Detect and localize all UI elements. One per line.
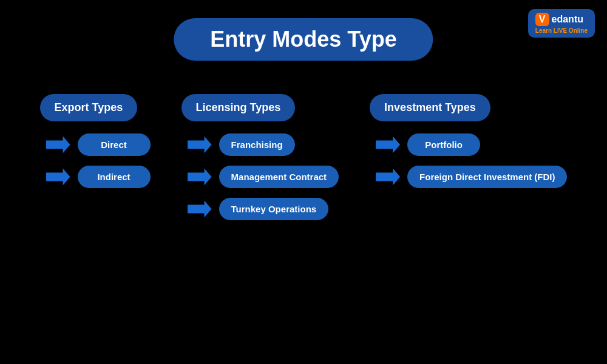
list-item: Direct (46, 133, 151, 156)
export-indirect-pill: Indirect (78, 166, 151, 188)
main-title-container: Entry Modes Type (174, 18, 433, 61)
arrow-icon (46, 136, 70, 153)
licensing-items-list: Franchising Management Contract Turnkey … (181, 133, 339, 220)
logo-brand-rest: edantu (552, 14, 583, 25)
licensing-category-label: Licensing Types (196, 101, 281, 113)
arrow-icon (188, 201, 212, 218)
licensing-category-pill: Licensing Types (181, 94, 296, 121)
export-column: Export Types Direct Indirect (40, 94, 151, 188)
management-contract-label: Management Contract (231, 172, 327, 182)
columns-container: Export Types Direct Indirect Licensing T… (0, 94, 607, 220)
fdi-label: Foreign Direct Investment (FDI) (419, 172, 555, 182)
list-item: Management Contract (188, 166, 339, 188)
franchising-label: Franchising (231, 140, 283, 150)
investment-category-label: Investment Types (384, 101, 476, 113)
main-title: Entry Modes Type (210, 27, 396, 52)
export-indirect-label: Indirect (97, 172, 130, 182)
turnkey-operations-pill: Turnkey Operations (219, 198, 329, 220)
logo-tagline: Learn LIVE Online (535, 27, 588, 34)
list-item: Turnkey Operations (188, 198, 339, 220)
list-item: Foreign Direct Investment (FDI) (376, 166, 567, 188)
arrow-icon (376, 136, 400, 153)
portfolio-pill: Portfolio (407, 133, 480, 156)
turnkey-operations-label: Turnkey Operations (231, 204, 317, 214)
export-direct-pill: Direct (78, 133, 151, 156)
arrow-icon (46, 169, 70, 186)
investment-items-list: Portfolio Foreign Direct Investment (FDI… (370, 133, 567, 188)
export-direct-label: Direct (101, 140, 127, 150)
portfolio-label: Portfolio (425, 140, 463, 150)
investment-column: Investment Types Portfolio Foreign Direc… (370, 94, 567, 188)
arrow-icon (188, 169, 212, 186)
arrow-icon (376, 169, 400, 186)
export-category-label: Export Types (55, 101, 123, 113)
franchising-pill: Franchising (219, 133, 295, 156)
management-contract-pill: Management Contract (219, 166, 339, 188)
list-item: Indirect (46, 166, 151, 188)
export-category-pill: Export Types (40, 94, 138, 121)
licensing-column: Licensing Types Franchising Management C… (181, 94, 339, 220)
list-item: Franchising (188, 133, 339, 156)
logo-v-letter: V (535, 13, 549, 26)
logo-brand: V edantu (535, 13, 588, 26)
vedantu-logo: V edantu Learn LIVE Online (528, 9, 595, 38)
fdi-pill: Foreign Direct Investment (FDI) (407, 166, 567, 188)
export-items-list: Direct Indirect (40, 133, 151, 188)
arrow-icon (188, 136, 212, 153)
investment-category-pill: Investment Types (370, 94, 490, 121)
list-item: Portfolio (376, 133, 567, 156)
